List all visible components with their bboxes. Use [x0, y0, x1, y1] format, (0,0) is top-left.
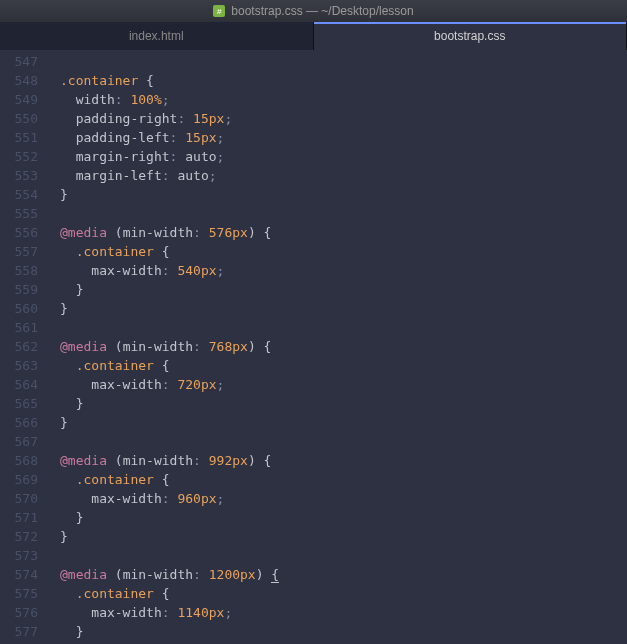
code-line[interactable]: }: [60, 508, 627, 527]
line-number: 564: [0, 375, 38, 394]
code-line[interactable]: .container {: [60, 71, 627, 90]
code-content[interactable]: .container { width: 100%; padding-right:…: [48, 50, 627, 644]
line-number: 555: [0, 204, 38, 223]
code-line[interactable]: .container {: [60, 356, 627, 375]
code-line[interactable]: [60, 318, 627, 337]
line-number: 552: [0, 147, 38, 166]
code-line[interactable]: }: [60, 527, 627, 546]
line-number: 574: [0, 565, 38, 584]
code-line[interactable]: padding-left: 15px;: [60, 128, 627, 147]
line-number: 560: [0, 299, 38, 318]
code-line[interactable]: [60, 546, 627, 565]
code-line[interactable]: [60, 52, 627, 71]
code-line[interactable]: margin-right: auto;: [60, 147, 627, 166]
code-line[interactable]: }: [60, 280, 627, 299]
line-number: 561: [0, 318, 38, 337]
code-line[interactable]: padding-right: 15px;: [60, 109, 627, 128]
line-number: 562: [0, 337, 38, 356]
code-line[interactable]: max-width: 960px;: [60, 489, 627, 508]
line-number: 573: [0, 546, 38, 565]
tab-bar: index.html bootstrap.css: [0, 22, 627, 50]
line-number: 557: [0, 242, 38, 261]
code-line[interactable]: .container {: [60, 470, 627, 489]
window-title: bootstrap.css — ~/Desktop/lesson: [231, 4, 413, 18]
line-number: 577: [0, 622, 38, 641]
tab-label: index.html: [129, 29, 184, 43]
code-line[interactable]: }: [60, 413, 627, 432]
line-number: 575: [0, 584, 38, 603]
line-number: 570: [0, 489, 38, 508]
line-number: 565: [0, 394, 38, 413]
line-number: 547: [0, 52, 38, 71]
code-editor[interactable]: 5475485495505515525535545555565575585595…: [0, 50, 627, 644]
code-line[interactable]: max-width: 720px;: [60, 375, 627, 394]
code-line[interactable]: }: [60, 299, 627, 318]
code-line[interactable]: width: 100%;: [60, 90, 627, 109]
line-number: 556: [0, 223, 38, 242]
code-line[interactable]: }: [60, 394, 627, 413]
line-number: 559: [0, 280, 38, 299]
tab-index-html[interactable]: index.html: [0, 22, 314, 50]
line-number: 554: [0, 185, 38, 204]
line-number: 558: [0, 261, 38, 280]
code-line[interactable]: @media (min-width: 768px) {: [60, 337, 627, 356]
code-line[interactable]: [60, 204, 627, 223]
code-line[interactable]: @media (min-width: 992px) {: [60, 451, 627, 470]
line-number-gutter: 5475485495505515525535545555565575585595…: [0, 50, 48, 644]
line-number: 567: [0, 432, 38, 451]
code-line[interactable]: margin-left: auto;: [60, 166, 627, 185]
code-line[interactable]: .container {: [60, 242, 627, 261]
code-line[interactable]: }: [60, 622, 627, 641]
line-number: 569: [0, 470, 38, 489]
code-line[interactable]: }: [60, 185, 627, 204]
line-number: 571: [0, 508, 38, 527]
line-number: 548: [0, 71, 38, 90]
line-number: 576: [0, 603, 38, 622]
code-line[interactable]: @media (min-width: 1200px) {: [60, 565, 627, 584]
tab-label: bootstrap.css: [434, 29, 505, 43]
css-file-icon: #: [213, 5, 225, 17]
line-number: 566: [0, 413, 38, 432]
window-titlebar: # bootstrap.css — ~/Desktop/lesson: [0, 0, 627, 22]
code-line[interactable]: max-width: 1140px;: [60, 603, 627, 622]
line-number: 550: [0, 109, 38, 128]
tab-bootstrap-css[interactable]: bootstrap.css: [314, 22, 628, 50]
code-line[interactable]: max-width: 540px;: [60, 261, 627, 280]
line-number: 549: [0, 90, 38, 109]
line-number: 572: [0, 527, 38, 546]
code-line[interactable]: .container {: [60, 584, 627, 603]
line-number: 553: [0, 166, 38, 185]
code-line[interactable]: @media (min-width: 576px) {: [60, 223, 627, 242]
line-number: 568: [0, 451, 38, 470]
line-number: 551: [0, 128, 38, 147]
code-line[interactable]: [60, 432, 627, 451]
line-number: 563: [0, 356, 38, 375]
